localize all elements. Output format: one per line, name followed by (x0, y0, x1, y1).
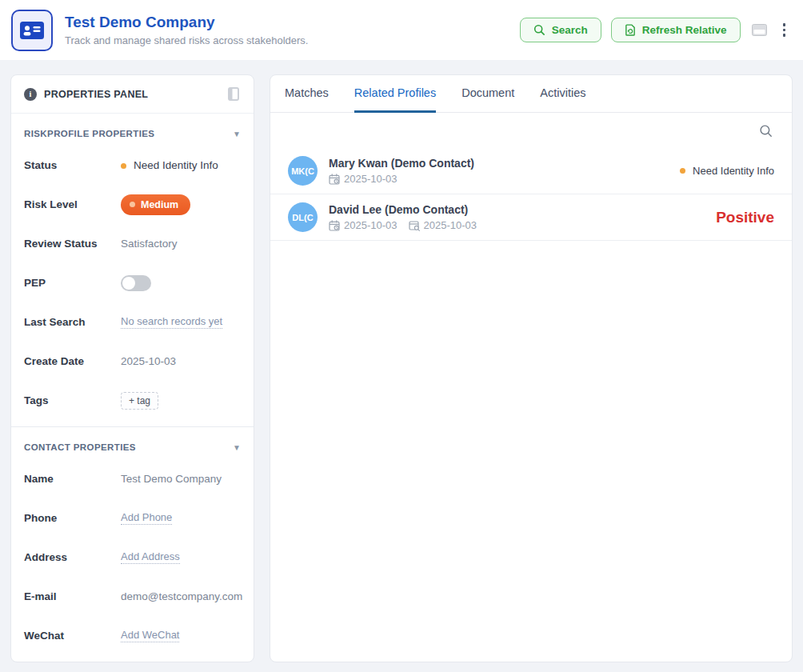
name-label: Name (24, 473, 121, 485)
contact-section-header[interactable]: CONTACT PROPERTIES ▼ (24, 427, 241, 459)
profile-status: Positive (716, 209, 774, 226)
email-value[interactable]: demo@testcompany.com (121, 590, 242, 602)
profile-status: Need Identity Info (680, 165, 774, 177)
status-dot-icon (121, 163, 126, 169)
wechat-label: WeChat (24, 630, 121, 642)
risk-level-label: Risk Level (24, 198, 121, 210)
status-value[interactable]: Need Identity Info (121, 159, 218, 171)
collapse-panel-button[interactable] (226, 86, 241, 102)
status-label: Status (24, 159, 121, 171)
phone-label: Phone (24, 512, 121, 524)
property-row-pep: PEP (24, 263, 241, 302)
review-status-value[interactable]: Satisfactory (121, 238, 178, 250)
profile-row-mary-kwan[interactable]: MK(C Mary Kwan (Demo Contact) (270, 148, 792, 194)
calendar-search-icon (409, 220, 420, 231)
tab-matches[interactable]: Matches (285, 75, 329, 113)
tab-related-profiles[interactable]: Related Profiles (354, 75, 436, 113)
refresh-relative-button-label: Refresh Relative (642, 24, 727, 36)
address-label: Address (24, 551, 121, 563)
add-phone-link[interactable]: Add Phone (121, 511, 172, 525)
avatar: MK(C (288, 156, 318, 186)
create-date-value: 2025-10-03 (121, 355, 176, 367)
profile-created-date: 2025-10-03 (344, 173, 398, 185)
email-label: E-mail (24, 590, 121, 602)
chevron-down-icon: ▼ (233, 130, 241, 138)
avatar: DL(C (288, 202, 318, 232)
property-row-phone: Phone Add Phone (24, 498, 241, 538)
collapse-panel-icon (228, 87, 239, 101)
profile-created-date: 2025-10-03 (344, 219, 398, 231)
tags-label: Tags (24, 394, 121, 406)
properties-panel-title: PROPERTIES PANEL (44, 89, 148, 100)
riskprofile-section-header[interactable]: RISKPROFILE PROPERTIES ▼ (24, 114, 241, 146)
info-icon[interactable]: i (24, 88, 37, 101)
id-card-icon (20, 22, 44, 39)
risk-dot-icon (130, 202, 135, 207)
calendar-clock-icon (329, 220, 340, 231)
risk-level-badge[interactable]: Medium (121, 194, 190, 215)
property-row-address: Address Add Address (24, 538, 241, 577)
property-row-risk-level: Risk Level Medium (24, 185, 241, 224)
status-dot-icon (680, 168, 685, 174)
riskprofile-section-title: RISKPROFILE PROPERTIES (24, 129, 154, 138)
kebab-dot (783, 34, 786, 37)
profile-row-david-lee[interactable]: DL(C David Lee (Demo Contact) (270, 194, 792, 241)
pep-label: PEP (24, 277, 121, 289)
page-subtitle: Track and manage shared risks across sta… (65, 34, 308, 46)
kebab-dot (783, 23, 786, 26)
property-row-wechat: WeChat Add WeChat (24, 616, 241, 655)
property-row-status: Status Need Identity Info (24, 146, 241, 185)
add-address-link[interactable]: Add Address (121, 550, 180, 564)
last-search-label: Last Search (24, 316, 121, 328)
page-header: Test Demo Company Track and manage share… (0, 0, 803, 60)
review-status-label: Review Status (24, 238, 121, 250)
more-options-button[interactable] (778, 22, 791, 38)
content-toolbar (270, 113, 792, 148)
search-button-label: Search (552, 24, 588, 36)
refresh-document-icon (625, 24, 636, 36)
riskprofile-properties-section: RISKPROFILE PROPERTIES ▼ Status Need Ide… (11, 114, 254, 420)
contact-properties-section: CONTACT PROPERTIES ▼ Name Test Demo Comp… (11, 426, 254, 655)
tab-activities[interactable]: Activities (540, 75, 585, 113)
related-profiles-list: MK(C Mary Kwan (Demo Contact) (270, 148, 792, 662)
name-value[interactable]: Test Demo Company (121, 473, 222, 485)
property-row-email: E-mail demo@testcompany.com (24, 577, 241, 616)
property-row-name: Name Test Demo Company (24, 459, 241, 498)
contact-section-title: CONTACT PROPERTIES (24, 442, 136, 452)
profile-name: David Lee (Demo Contact) (329, 203, 477, 216)
search-icon (759, 124, 773, 138)
kebab-dot (783, 29, 786, 32)
profile-name: Mary Kwan (Demo Contact) (329, 157, 474, 170)
properties-panel: i PROPERTIES PANEL RISKPROFILE PROPERTIE… (10, 74, 254, 662)
chevron-down-icon: ▼ (233, 443, 241, 452)
pep-toggle[interactable] (121, 275, 151, 291)
tab-document[interactable]: Document (461, 75, 514, 113)
tab-bar: Matches Related Profiles Document Activi… (270, 75, 792, 113)
profile-searched-date: 2025-10-03 (424, 219, 477, 231)
calendar-clock-icon (329, 174, 340, 185)
window-panel-button[interactable] (750, 22, 769, 38)
window-icon (752, 24, 767, 36)
last-search-link[interactable]: No search records yet (121, 315, 222, 329)
content-panel: Matches Related Profiles Document Activi… (270, 74, 793, 662)
company-profile-icon (11, 10, 53, 51)
page-title: Test Demo Company (65, 14, 308, 32)
property-row-create-date: Create Date 2025-10-03 (24, 342, 241, 381)
property-row-tags: Tags + tag (24, 381, 241, 420)
search-button[interactable]: Search (520, 18, 601, 42)
add-tag-button[interactable]: + tag (121, 392, 158, 410)
add-wechat-link[interactable]: Add WeChat (121, 629, 179, 642)
property-row-review-status: Review Status Satisfactory (24, 224, 241, 263)
search-icon (533, 24, 545, 36)
create-date-label: Create Date (24, 355, 121, 367)
property-row-last-search: Last Search No search records yet (24, 302, 241, 342)
content-search-button[interactable] (757, 122, 774, 139)
refresh-relative-button[interactable]: Refresh Relative (611, 18, 741, 42)
